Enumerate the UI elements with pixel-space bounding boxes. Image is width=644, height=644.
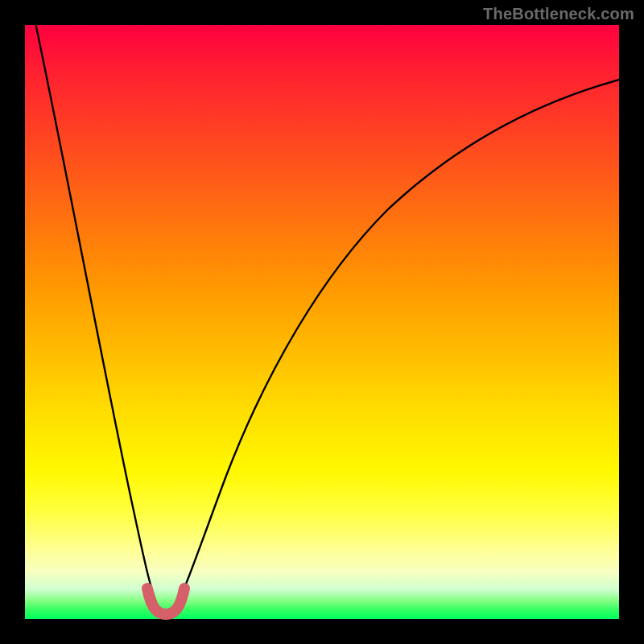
chart-svg xyxy=(25,25,619,619)
chart-frame: TheBottleneck.com xyxy=(0,0,644,644)
watermark-text: TheBottleneck.com xyxy=(483,5,634,23)
bottleneck-curve xyxy=(29,0,619,613)
valley-highlight xyxy=(147,588,184,614)
